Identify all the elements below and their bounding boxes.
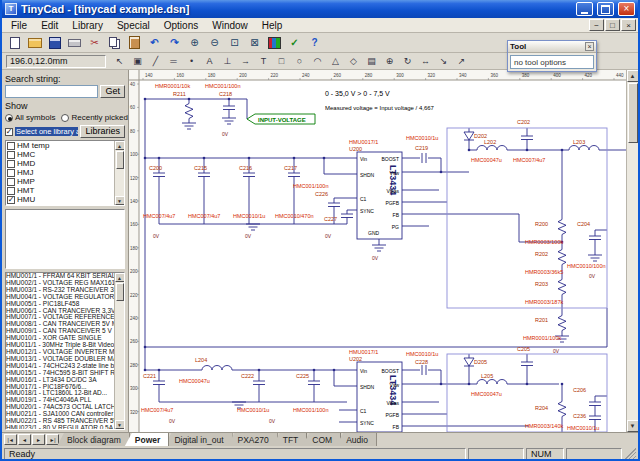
schematic-text[interactable]: 0V — [553, 348, 560, 354]
schematic-text[interactable]: HMR0001/100k — [523, 335, 561, 341]
wire-button[interactable]: ╱ — [147, 54, 164, 69]
scroll-thumb[interactable] — [116, 283, 124, 301]
schematic-text[interactable]: C236 — [573, 413, 586, 419]
schematic-text[interactable]: SHDN — [360, 384, 375, 390]
schematic-text[interactable]: C204 — [577, 221, 590, 227]
check-design-button[interactable]: ✓ — [285, 34, 304, 51]
library-checkbox[interactable] — [7, 160, 15, 168]
mdi-close-button[interactable]: × — [621, 19, 636, 31]
sheet-tab[interactable]: Power — [125, 433, 170, 446]
schematic-text[interactable]: HMC001/100n — [205, 83, 240, 89]
zoom-out-button[interactable]: ⊖ — [205, 34, 224, 51]
scroll-down-icon[interactable]: ▼ — [115, 420, 125, 429]
schematic-canvas[interactable]: 1401601802002202402602803003203403603804… — [129, 70, 626, 432]
show-radio[interactable]: Recently picked — [61, 113, 127, 122]
schematic-text[interactable]: 0V — [153, 233, 160, 239]
zoom-in-button[interactable]: ⊕ — [185, 34, 204, 51]
schematic-text[interactable]: 0V — [269, 418, 276, 424]
schematic-text[interactable]: HMC0010/1u — [237, 407, 269, 413]
component-list-item[interactable]: HMU004/1 - VOLTAGE REGULATOR M... — [6, 294, 114, 301]
rectangle-button[interactable]: □ — [273, 54, 290, 69]
help-button[interactable]: ? — [305, 34, 324, 51]
sheet-tab[interactable]: TFT — [273, 433, 308, 446]
tab-nav-button[interactable]: |◄ — [4, 434, 17, 445]
schematic-text[interactable]: FB — [393, 212, 400, 218]
polygon-button[interactable]: △ — [327, 54, 344, 69]
copy-button[interactable] — [105, 34, 124, 51]
library-list-item[interactable]: HMD — [6, 159, 114, 168]
library-checkbox[interactable] — [7, 142, 15, 150]
schematic-text[interactable]: HMC007/4u7 — [188, 213, 220, 219]
scroll-thumb[interactable] — [116, 151, 124, 169]
schematic-text[interactable]: 0V — [325, 233, 332, 239]
schematic-text[interactable]: L202 — [484, 139, 496, 145]
schematic-text[interactable]: 0V — [589, 273, 596, 279]
library-list-item[interactable]: HMJ — [6, 168, 114, 177]
schematic-text[interactable]: 0V — [245, 233, 252, 239]
print-button[interactable] — [65, 34, 84, 51]
schematic-text[interactable]: C228 — [415, 359, 428, 365]
schematic-text[interactable]: HMC00047u — [179, 378, 210, 384]
component-list-item[interactable]: HMU009/1 - CAN TRANCEIVER 5 V — [6, 328, 114, 335]
schematic-text[interactable]: C221 — [143, 373, 156, 379]
zoom-all-button[interactable]: ⊠ — [245, 34, 264, 51]
cut-button[interactable]: ✂ — [85, 34, 104, 51]
schematic-text[interactable]: HMC0010/100n — [567, 263, 606, 269]
component-list-item[interactable]: HMU011/1 - 30MHz Triple 8-Bit Video DA..… — [6, 342, 114, 349]
rotate-button[interactable]: ↻ — [399, 54, 416, 69]
zoom-area-button[interactable]: ▣ — [129, 54, 146, 69]
mdi-minimize-button[interactable]: − — [589, 19, 604, 31]
pin-button[interactable]: → — [237, 54, 254, 69]
sheet-tab[interactable]: Audio — [336, 433, 377, 446]
schematic-text[interactable]: PGFB — [385, 412, 399, 418]
schematic-text[interactable]: Vsw — [390, 382, 400, 388]
sheet-tab[interactable]: Block diagram — [57, 433, 130, 446]
schematic-text[interactable]: C217 — [284, 165, 297, 171]
schematic-text[interactable]: Vin — [360, 368, 367, 374]
library-list-item[interactable]: HMT — [6, 186, 114, 195]
block-import-button[interactable]: ↘ — [435, 54, 452, 69]
schematic-text[interactable]: C216 — [239, 165, 252, 171]
library-list-item[interactable]: HMC — [6, 150, 114, 159]
paste-button[interactable] — [125, 34, 144, 51]
component-list-item[interactable]: HMU003/1 - RS-232 TRANCEIVER 3,3... — [6, 287, 114, 294]
schematic-text[interactable]: BOOST — [381, 368, 399, 374]
schematic-text[interactable]: U202 — [349, 356, 362, 362]
schematic-text[interactable]: INPUT-VOLTAGE — [258, 117, 306, 123]
component-list-item[interactable]: HMU002/1 - VOLTAGE REG MAX1616... — [6, 280, 114, 287]
schematic-text[interactable]: HMC0010/470n — [275, 213, 314, 219]
library-checkbox[interactable] — [7, 169, 15, 177]
power-button[interactable]: ⊥ — [219, 54, 236, 69]
schematic-text[interactable]: HMR0003/100k — [525, 239, 563, 245]
schematic-text[interactable]: Vbias — [386, 400, 399, 406]
mirror-button[interactable]: ↔ — [417, 54, 434, 69]
schematic-text[interactable]: C1 — [360, 196, 367, 202]
schematic-text[interactable]: R204 — [535, 405, 548, 411]
canvas-area[interactable]: 1401601802002202402602803003203403603804… — [129, 70, 626, 432]
schematic-text[interactable]: C218 — [219, 91, 232, 97]
tab-nav-button[interactable]: ◄ — [18, 434, 31, 445]
schematic-text[interactable]: Vin — [360, 156, 367, 162]
component-list-item[interactable]: HMU023/1 - 80 V REGULATOR 0.5A L... — [6, 425, 114, 429]
schematic-text[interactable]: HMC0010/1u — [406, 135, 438, 141]
component-list-item[interactable]: HMU018/1 - LTC1860L 12-Bit AD... — [6, 390, 114, 397]
schematic-text[interactable]: R200 — [535, 221, 548, 227]
schematic-text[interactable]: HMC00047u — [471, 157, 502, 163]
menu-item[interactable]: Help — [255, 19, 290, 32]
open-button[interactable] — [25, 34, 44, 51]
library-checkbox[interactable] — [7, 187, 15, 195]
component-list-item[interactable]: HMU013/1 - VOLTAGE DOUBLER MAX... — [6, 356, 114, 363]
component-list-item[interactable]: HMU022/1 - RS 485 TRANCEIVER 5V (... — [6, 418, 114, 425]
schematic-text[interactable]: FB — [393, 424, 400, 430]
schematic-text[interactable]: 0V — [222, 131, 229, 137]
zoom-window-button[interactable]: ⊡ — [225, 34, 244, 51]
schematic-text[interactable]: HMR0003/36k5 — [525, 269, 563, 275]
schematic-text[interactable]: HMR0003/187k — [525, 299, 563, 305]
schematic-text[interactable]: HMC0010/1u — [233, 213, 265, 219]
text-button[interactable]: T — [255, 54, 272, 69]
library-checkbox[interactable] — [7, 196, 15, 204]
schematic-text[interactable]: 0V — [169, 418, 176, 424]
schematic-text[interactable]: C1 — [360, 408, 367, 414]
schematic-text[interactable]: Vbias — [386, 188, 399, 194]
tab-nav-button[interactable]: ►| — [46, 434, 59, 445]
